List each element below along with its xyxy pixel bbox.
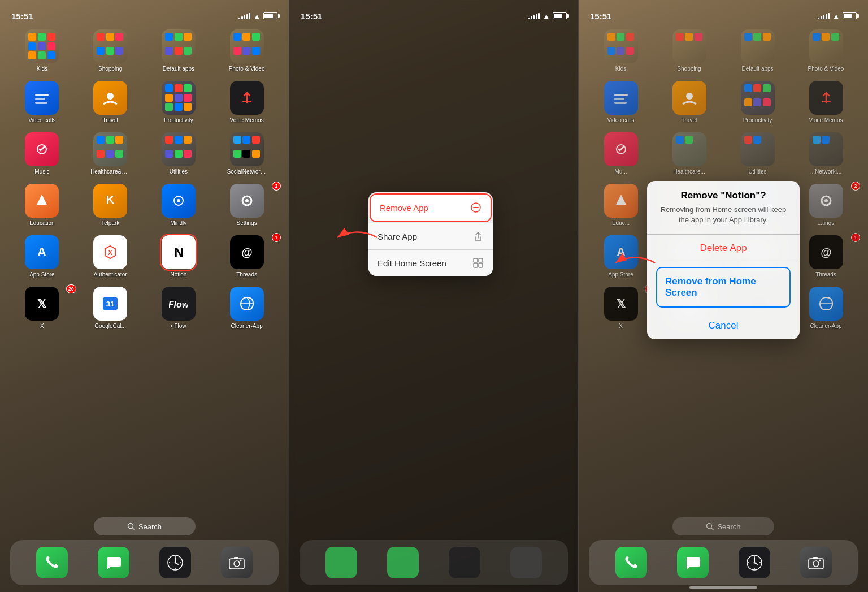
delete-app-button[interactable]: Delete App xyxy=(647,235,800,262)
svg-text:Flow: Flow xyxy=(169,300,188,309)
list-item[interactable]: Mindly xyxy=(147,184,211,226)
dock-phone[interactable] xyxy=(36,547,68,578)
alert-title: Remove "Notion"? xyxy=(647,190,800,201)
list-item[interactable]: Default apps xyxy=(726,29,789,72)
svg-rect-3 xyxy=(35,102,47,104)
search-icon-3 xyxy=(706,522,714,530)
list-item[interactable]: Travel xyxy=(79,81,142,123)
share-app-button[interactable]: Share App xyxy=(368,223,493,250)
list-item[interactable]: Music xyxy=(10,132,74,175)
dock-clock-3[interactable] xyxy=(739,547,770,578)
battery-icon-1 xyxy=(263,12,277,19)
list-item[interactable]: 𝕏 20 X xyxy=(10,287,74,329)
list-item[interactable]: Kids xyxy=(589,29,653,72)
svg-point-67 xyxy=(753,562,755,564)
svg-rect-46 xyxy=(822,101,831,102)
list-item[interactable]: Video calls xyxy=(589,81,653,123)
list-item[interactable]: Shopping xyxy=(657,29,721,72)
list-item[interactable]: Default apps xyxy=(147,29,211,72)
list-item[interactable]: @ 1 Threads xyxy=(215,235,279,278)
settings-badge: 2 xyxy=(272,182,281,191)
dock-camera[interactable] xyxy=(221,547,253,578)
svg-text:@: @ xyxy=(821,246,832,258)
search-bar-3[interactable]: Search xyxy=(672,517,774,535)
list-item[interactable]: Video calls xyxy=(10,81,74,123)
svg-line-21 xyxy=(132,528,134,530)
threads-badge-3: 1 xyxy=(851,233,860,242)
list-item[interactable]: Utilities xyxy=(726,132,789,175)
list-item[interactable]: K Telpark xyxy=(79,184,142,226)
notion-app[interactable]: N Notion xyxy=(147,235,211,278)
productivity-folder[interactable]: Productivity xyxy=(147,81,211,123)
svg-rect-43 xyxy=(614,98,624,100)
svg-point-25 xyxy=(174,562,176,564)
list-item[interactable]: Education xyxy=(10,184,74,226)
svg-text:31: 31 xyxy=(106,300,114,308)
list-item[interactable]: Voice Memos xyxy=(794,81,858,123)
list-item[interactable]: Educ... xyxy=(589,184,653,226)
svg-rect-5 xyxy=(242,101,251,102)
list-item[interactable]: Healthcare... xyxy=(657,132,721,175)
list-item[interactable]: ...Networki... xyxy=(794,132,858,175)
dock-phone-3[interactable] xyxy=(615,547,647,578)
cancel-button[interactable]: Cancel xyxy=(647,312,800,339)
status-bar-1: 15:51 ▲ xyxy=(0,0,289,25)
list-item[interactable]: @ 1 Threads xyxy=(794,235,858,278)
list-item[interactable]: Photo & Video xyxy=(794,29,858,72)
svg-point-45 xyxy=(686,93,693,100)
list-item[interactable]: Flow • Flow xyxy=(147,287,211,329)
svg-text:𝕏: 𝕏 xyxy=(616,297,626,311)
red-arrow-left xyxy=(335,226,380,251)
svg-point-9 xyxy=(177,199,180,202)
list-item[interactable]: Shopping xyxy=(79,29,142,72)
svg-text:K: K xyxy=(106,193,115,206)
status-time-2: 15:51 xyxy=(301,11,322,21)
list-item[interactable]: A App Store xyxy=(10,235,74,278)
status-icons-1: ▲ xyxy=(238,12,277,20)
list-item[interactable]: Photo & Video xyxy=(215,29,279,72)
svg-text:A: A xyxy=(37,245,46,259)
list-item[interactable]: 2 Settings xyxy=(215,184,279,226)
dock-messages-3[interactable] xyxy=(677,547,709,578)
list-item[interactable]: Mu... xyxy=(589,132,653,175)
svg-rect-40 xyxy=(479,263,483,267)
svg-point-33 xyxy=(240,560,241,561)
svg-rect-37 xyxy=(474,258,478,262)
list-item[interactable]: Productivity xyxy=(726,81,789,123)
dock-camera-3[interactable] xyxy=(800,547,832,578)
list-item[interactable]: Healthcare&Fit... xyxy=(79,132,142,175)
status-bar-2: 15:51 ▲ xyxy=(289,0,578,25)
settings-badge-3: 2 xyxy=(851,182,860,191)
status-time-1: 15:51 xyxy=(11,11,33,21)
list-item[interactable]: Travel xyxy=(657,81,721,123)
phone-3: 15:51 ▲ Kids xyxy=(579,0,868,592)
search-bar-1[interactable]: Search xyxy=(94,517,196,535)
phone-1: 15:51 ▲ xyxy=(0,0,289,592)
list-item[interactable]: Utilities xyxy=(147,132,211,175)
remove-app-icon xyxy=(470,202,481,213)
edit-home-screen-button[interactable]: Edit Home Screen xyxy=(368,250,493,276)
list-item[interactable]: 𝕏 20 X xyxy=(589,287,653,329)
list-item[interactable]: 2 ...tings xyxy=(794,184,858,226)
battery-icon-3 xyxy=(843,12,857,19)
dock-messages[interactable] xyxy=(98,547,129,578)
list-item[interactable]: SocialNetworki... xyxy=(215,132,279,175)
status-icons-2: ▲ xyxy=(528,12,567,20)
home-indicator-3 xyxy=(689,586,757,589)
list-item[interactable]: Cleaner-App xyxy=(215,287,279,329)
remove-from-home-screen-button[interactable]: Remove from Home Screen xyxy=(656,267,791,308)
list-item[interactable]: Voice Memos xyxy=(215,81,279,123)
remove-app-button[interactable]: Remove App xyxy=(371,195,491,221)
battery-icon-2 xyxy=(553,12,567,19)
svg-rect-2 xyxy=(35,98,45,100)
signal-icon-2 xyxy=(528,13,540,19)
list-item[interactable]: X Authenticator xyxy=(79,235,142,278)
list-item[interactable]: Kids xyxy=(10,29,74,72)
svg-text:𝕏: 𝕏 xyxy=(37,297,47,311)
svg-rect-74 xyxy=(813,557,818,559)
svg-rect-42 xyxy=(614,94,628,96)
search-icon-1 xyxy=(127,522,135,530)
list-item[interactable]: Cleaner-App xyxy=(794,287,858,329)
list-item[interactable]: 31 GoogleCal... xyxy=(79,287,142,329)
dock-clock[interactable] xyxy=(159,547,191,578)
